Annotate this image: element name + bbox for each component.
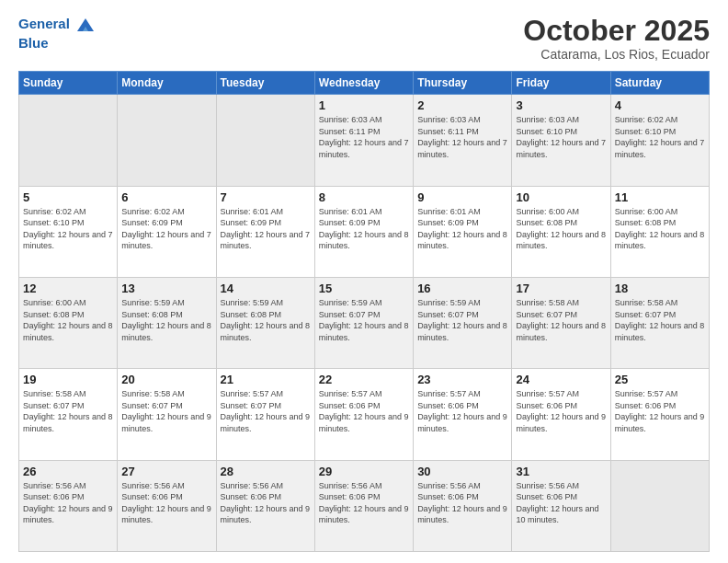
day-number: 24 — [516, 373, 606, 386]
day-number: 3 — [516, 98, 606, 112]
day-info: Sunrise: 6:03 AM Sunset: 6:10 PM Dayligh… — [516, 114, 606, 160]
day-number: 5 — [23, 190, 113, 204]
week-row-2: 5Sunrise: 6:02 AM Sunset: 6:10 PM Daylig… — [19, 186, 710, 277]
day-info: Sunrise: 5:57 AM Sunset: 6:07 PM Dayligh… — [221, 388, 311, 434]
day-number: 29 — [319, 465, 409, 478]
day-info: Sunrise: 6:03 AM Sunset: 6:11 PM Dayligh… — [319, 114, 409, 160]
calendar-cell — [19, 95, 118, 186]
calendar-cell: 10Sunrise: 6:00 AM Sunset: 6:08 PM Dayli… — [512, 186, 610, 277]
day-number: 18 — [615, 282, 705, 295]
day-number: 27 — [121, 465, 211, 478]
day-info: Sunrise: 5:56 AM Sunset: 6:06 PM Dayligh… — [417, 480, 507, 526]
logo-blue-text: Blue — [18, 35, 49, 51]
calendar-cell: 6Sunrise: 6:02 AM Sunset: 6:09 PM Daylig… — [118, 186, 216, 277]
day-info: Sunrise: 5:56 AM Sunset: 6:06 PM Dayligh… — [221, 480, 311, 526]
calendar-cell: 3Sunrise: 6:03 AM Sunset: 6:10 PM Daylig… — [512, 95, 610, 186]
day-info: Sunrise: 5:57 AM Sunset: 6:06 PM Dayligh… — [615, 388, 705, 434]
day-info: Sunrise: 5:58 AM Sunset: 6:07 PM Dayligh… — [121, 388, 211, 434]
day-number: 8 — [319, 190, 409, 204]
day-info: Sunrise: 5:56 AM Sunset: 6:06 PM Dayligh… — [121, 480, 211, 526]
calendar-cell: 29Sunrise: 5:56 AM Sunset: 6:06 PM Dayli… — [314, 460, 413, 551]
day-number: 16 — [417, 282, 507, 295]
day-number: 9 — [417, 190, 507, 204]
day-number: 1 — [319, 98, 409, 112]
weekday-saturday: Saturday — [610, 72, 709, 95]
day-number: 6 — [121, 190, 211, 204]
day-number: 17 — [516, 282, 606, 295]
calendar-cell: 27Sunrise: 5:56 AM Sunset: 6:06 PM Dayli… — [118, 460, 216, 551]
calendar-cell: 14Sunrise: 5:59 AM Sunset: 6:08 PM Dayli… — [216, 277, 314, 368]
day-info: Sunrise: 6:00 AM Sunset: 6:08 PM Dayligh… — [23, 297, 113, 343]
day-info: Sunrise: 5:59 AM Sunset: 6:07 PM Dayligh… — [319, 297, 409, 343]
calendar-cell: 25Sunrise: 5:57 AM Sunset: 6:06 PM Dayli… — [610, 369, 709, 460]
calendar-cell: 7Sunrise: 6:01 AM Sunset: 6:09 PM Daylig… — [216, 186, 314, 277]
calendar-table: SundayMondayTuesdayWednesdayThursdayFrid… — [18, 71, 710, 552]
calendar-cell: 11Sunrise: 6:00 AM Sunset: 6:08 PM Dayli… — [610, 186, 709, 277]
day-info: Sunrise: 6:00 AM Sunset: 6:08 PM Dayligh… — [615, 206, 705, 252]
month-title: October 2025 — [523, 15, 710, 47]
weekday-header-row: SundayMondayTuesdayWednesdayThursdayFrid… — [19, 72, 710, 95]
day-info: Sunrise: 6:01 AM Sunset: 6:09 PM Dayligh… — [319, 206, 409, 252]
calendar-cell: 9Sunrise: 6:01 AM Sunset: 6:09 PM Daylig… — [414, 186, 512, 277]
calendar-cell: 18Sunrise: 5:58 AM Sunset: 6:07 PM Dayli… — [610, 277, 709, 368]
day-number: 20 — [121, 373, 211, 386]
logo-icon — [75, 15, 96, 35]
calendar-cell: 24Sunrise: 5:57 AM Sunset: 6:06 PM Dayli… — [512, 369, 610, 460]
calendar-cell: 5Sunrise: 6:02 AM Sunset: 6:10 PM Daylig… — [19, 186, 118, 277]
day-info: Sunrise: 5:59 AM Sunset: 6:07 PM Dayligh… — [417, 297, 507, 343]
calendar-cell: 2Sunrise: 6:03 AM Sunset: 6:11 PM Daylig… — [414, 95, 512, 186]
day-number: 4 — [615, 98, 705, 112]
calendar-cell: 1Sunrise: 6:03 AM Sunset: 6:11 PM Daylig… — [314, 95, 413, 186]
calendar-cell: 16Sunrise: 5:59 AM Sunset: 6:07 PM Dayli… — [414, 277, 512, 368]
day-number: 21 — [221, 373, 311, 386]
calendar-cell: 21Sunrise: 5:57 AM Sunset: 6:07 PM Dayli… — [216, 369, 314, 460]
day-number: 10 — [516, 190, 606, 204]
calendar-cell: 28Sunrise: 5:56 AM Sunset: 6:06 PM Dayli… — [216, 460, 314, 551]
day-number: 15 — [319, 282, 409, 295]
calendar-cell: 20Sunrise: 5:58 AM Sunset: 6:07 PM Dayli… — [118, 369, 216, 460]
day-info: Sunrise: 5:57 AM Sunset: 6:06 PM Dayligh… — [516, 388, 606, 434]
day-number: 2 — [417, 98, 507, 112]
calendar-cell: 23Sunrise: 5:57 AM Sunset: 6:06 PM Dayli… — [414, 369, 512, 460]
day-info: Sunrise: 6:02 AM Sunset: 6:10 PM Dayligh… — [615, 114, 705, 160]
calendar-cell: 26Sunrise: 5:56 AM Sunset: 6:06 PM Dayli… — [19, 460, 118, 551]
day-number: 31 — [516, 465, 606, 478]
day-info: Sunrise: 5:57 AM Sunset: 6:06 PM Dayligh… — [417, 388, 507, 434]
logo: General Blue — [18, 15, 96, 52]
day-number: 23 — [417, 373, 507, 386]
page: General Blue October 2025 Catarama, Los … — [0, 0, 728, 563]
calendar-cell: 30Sunrise: 5:56 AM Sunset: 6:06 PM Dayli… — [414, 460, 512, 551]
weekday-wednesday: Wednesday — [314, 72, 413, 95]
day-number: 7 — [221, 190, 311, 204]
calendar-cell: 4Sunrise: 6:02 AM Sunset: 6:10 PM Daylig… — [610, 95, 709, 186]
day-info: Sunrise: 6:00 AM Sunset: 6:08 PM Dayligh… — [516, 206, 606, 252]
day-info: Sunrise: 6:02 AM Sunset: 6:09 PM Dayligh… — [121, 206, 211, 252]
week-row-1: 1Sunrise: 6:03 AM Sunset: 6:11 PM Daylig… — [19, 95, 710, 186]
day-number: 28 — [221, 465, 311, 478]
logo-blue: Blue — [18, 35, 96, 52]
location: Catarama, Los Rios, Ecuador — [523, 47, 710, 62]
calendar-cell: 8Sunrise: 6:01 AM Sunset: 6:09 PM Daylig… — [314, 186, 413, 277]
calendar-cell: 12Sunrise: 6:00 AM Sunset: 6:08 PM Dayli… — [19, 277, 118, 368]
calendar-cell: 13Sunrise: 5:59 AM Sunset: 6:08 PM Dayli… — [118, 277, 216, 368]
day-number: 30 — [417, 465, 507, 478]
day-info: Sunrise: 5:57 AM Sunset: 6:06 PM Dayligh… — [319, 388, 409, 434]
day-info: Sunrise: 5:56 AM Sunset: 6:06 PM Dayligh… — [23, 480, 113, 526]
day-info: Sunrise: 5:59 AM Sunset: 6:08 PM Dayligh… — [121, 297, 211, 343]
day-info: Sunrise: 5:59 AM Sunset: 6:08 PM Dayligh… — [221, 297, 311, 343]
logo-text: General — [18, 15, 96, 35]
weekday-friday: Friday — [512, 72, 610, 95]
day-number: 13 — [121, 282, 211, 295]
day-info: Sunrise: 6:01 AM Sunset: 6:09 PM Dayligh… — [417, 206, 507, 252]
weekday-tuesday: Tuesday — [216, 72, 314, 95]
day-info: Sunrise: 5:58 AM Sunset: 6:07 PM Dayligh… — [615, 297, 705, 343]
calendar-cell — [610, 460, 709, 551]
week-row-3: 12Sunrise: 6:00 AM Sunset: 6:08 PM Dayli… — [19, 277, 710, 368]
day-number: 19 — [23, 373, 113, 386]
logo-general: General — [18, 16, 70, 31]
day-info: Sunrise: 6:03 AM Sunset: 6:11 PM Dayligh… — [417, 114, 507, 160]
day-number: 14 — [221, 282, 311, 295]
calendar-cell — [118, 95, 216, 186]
day-info: Sunrise: 5:58 AM Sunset: 6:07 PM Dayligh… — [23, 388, 113, 434]
week-row-4: 19Sunrise: 5:58 AM Sunset: 6:07 PM Dayli… — [19, 369, 710, 460]
